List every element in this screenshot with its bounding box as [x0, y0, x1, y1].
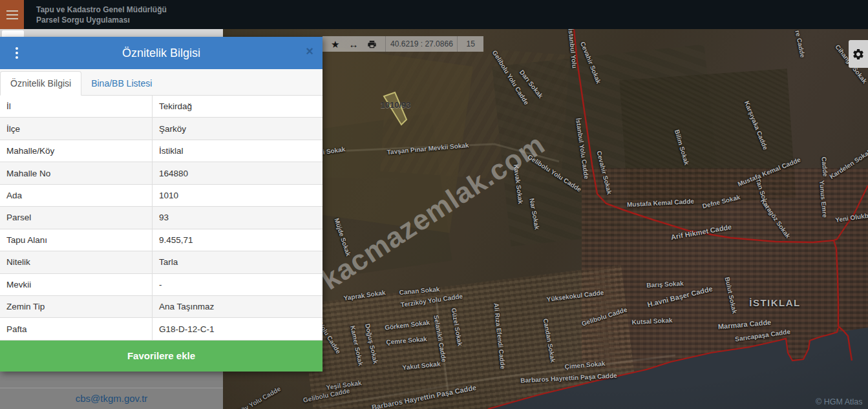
attribute-table: İlTekirdağİlçeŞarköyMahalle/KöyİstiklalM…	[0, 96, 323, 341]
street-label: Terziköy Yolu Cadde	[400, 293, 463, 308]
measure-distance-icon[interactable]: ↔	[348, 39, 358, 49]
parcel-number-label: 1010/93	[381, 100, 411, 110]
street-label: Gelibolu Yolu Cadde	[491, 49, 531, 106]
row-value: 93	[153, 207, 323, 228]
sidebar-divider	[0, 388, 223, 388]
street-label: Bilim Sokak	[673, 129, 690, 166]
row-value: Tekirdağ	[153, 96, 323, 117]
row-value: 164880	[153, 162, 323, 184]
contact-email-link[interactable]: cbs@tkgm.gov.tr	[76, 393, 148, 404]
row-label: Ada	[0, 185, 153, 206]
row-value: G18-D-12-C-1	[153, 318, 323, 339]
urban-area	[582, 168, 868, 368]
favorite-star-icon[interactable]: ★	[331, 39, 339, 49]
street-label: Selanikli Cadde	[432, 315, 448, 363]
street-label: H.avni Başer Cadde	[646, 285, 713, 309]
panel-header: Öznitelik Bilgisi ×	[0, 37, 323, 69]
table-row: NitelikTarla	[0, 251, 323, 273]
panel-menu-icon[interactable]	[13, 45, 21, 61]
gear-icon	[852, 48, 865, 61]
map-toolbar: ★ ↔ 40.6219 : 27.0866 15	[323, 36, 483, 52]
street-label: Kamer Sokak	[349, 325, 365, 366]
tab-oznitelik-bilgisi[interactable]: Öznitelik Bilgisi	[0, 71, 81, 96]
row-value: -	[153, 274, 323, 295]
table-row: Parsel93	[0, 207, 323, 229]
street-label: Karşıyaka Cadde	[743, 100, 769, 151]
street-label: Çemre Sokak	[386, 335, 427, 346]
parcel-query-app: Tapu ve Kadastro Genel Müdürlüğü Parsel …	[0, 0, 868, 409]
street-label: Sarıcapaşa Cadde	[735, 328, 791, 343]
row-label: Nitelik	[0, 251, 153, 273]
panel-title: Öznitelik Bilgisi	[0, 47, 323, 60]
row-value: Tarla	[153, 251, 323, 273]
street-label: Nar Sokak	[528, 198, 540, 230]
panel-tabs: Öznitelik Bilgisi Bina/BB Listesi	[0, 69, 323, 96]
row-value: Şarköy	[153, 118, 323, 139]
street-label: Mustafa Kemal Cadde	[627, 198, 694, 208]
add-to-favorites-button[interactable]: Favorilere ekle	[0, 341, 323, 372]
street-label: Darı Sokak	[518, 68, 544, 100]
row-label: Pafta	[0, 318, 153, 339]
hamburger-icon	[6, 10, 18, 12]
street-label: Barış Sokak	[646, 280, 684, 289]
menu-button[interactable]	[0, 0, 24, 29]
street-label: Yeşil Sokak	[326, 379, 362, 392]
coastline-boundary	[488, 328, 838, 409]
table-row: Mahalle No164880	[0, 162, 323, 184]
map-attribution: © HGM Atlas	[816, 397, 862, 406]
table-row: İlçeŞarköy	[0, 118, 323, 140]
close-icon[interactable]: ×	[306, 45, 313, 58]
row-value: 1010	[153, 185, 323, 206]
table-row: Tapu Alanı9.455,71	[0, 229, 323, 251]
street-label: Görkem Sokak	[385, 319, 430, 331]
table-row: Mahalle/Köyİstiklal	[0, 140, 323, 162]
street-label: Gelibolu Cadde	[302, 387, 350, 404]
street-label: İSTIKLAL	[749, 297, 801, 308]
street-label: Gelibolu Cadde	[580, 306, 628, 327]
row-label: İlçe	[0, 118, 153, 139]
boundary-line	[834, 185, 868, 240]
street-label: Çimen Sokak	[564, 360, 606, 370]
field-patch	[380, 42, 569, 184]
street-label: Yaprak Sokak	[343, 289, 386, 302]
row-value: İstiklal	[153, 140, 323, 162]
street-label: Tavşan Pınar Mevkii Sokak	[386, 142, 469, 156]
street-label: ıköy Yolu Cadde	[235, 385, 282, 409]
street-label: Yunus Emre	[818, 180, 829, 218]
app-title: Tapu ve Kadastro Genel Müdürlüğü	[36, 5, 167, 15]
table-row: Ada1010	[0, 185, 323, 207]
topbar: Tapu ve Kadastro Genel Müdürlüğü Parsel …	[0, 0, 868, 29]
street-label: Kutsal Sokak	[631, 317, 672, 326]
row-label: Tapu Alanı	[0, 229, 153, 251]
street-label: Ali Rıza Efendi Cadde	[492, 302, 507, 369]
street-label: İstanbul Yolu	[567, 29, 578, 68]
zoom-level: 15	[458, 36, 483, 52]
street-label: Arif Hikmet Cadde	[670, 223, 732, 241]
row-label: Zemin Tip	[0, 296, 153, 317]
street-label: İstanbul Yolu Cadde	[575, 118, 590, 180]
table-row: İlTekirdağ	[0, 96, 323, 118]
tab-bina-bb-listesi[interactable]: Bina/BB Listesi	[81, 72, 162, 95]
print-icon[interactable]	[367, 39, 377, 49]
watermark: kacmazemlak.com	[315, 128, 551, 297]
map-coordinates: 40.6219 : 27.0866	[386, 36, 457, 52]
street-label: Doğuş Sokak	[364, 323, 379, 364]
street-label: Candan Sokak	[542, 318, 557, 363]
street-label: Gelibolu Yolu Cadde	[526, 153, 582, 193]
street-label: Güzel Sokak	[450, 308, 463, 346]
street-label: re Cadde	[794, 30, 807, 58]
table-row: Zemin TipAna Taşınmaz	[0, 296, 323, 318]
attribute-panel: Öznitelik Bilgisi × Öznitelik Bilgisi Bi…	[0, 37, 323, 372]
street-label: Kavak Sokak	[513, 164, 524, 205]
street-label: Tan Sokak	[754, 178, 771, 210]
app-subtitle: Parsel Sorgu Uygulaması	[36, 15, 167, 25]
route-line	[574, 29, 852, 361]
urban-area	[301, 265, 637, 409]
settings-button[interactable]	[849, 40, 868, 68]
street-label: Cevahir Sokak	[579, 41, 602, 85]
street-label: Yeni Olukb	[835, 212, 868, 224]
field-patch	[296, 45, 473, 233]
street-label: Yüksekokul Cadde	[546, 289, 604, 303]
row-value: Ana Taşınmaz	[153, 296, 323, 317]
street-label: Canan Sokak	[399, 286, 440, 296]
